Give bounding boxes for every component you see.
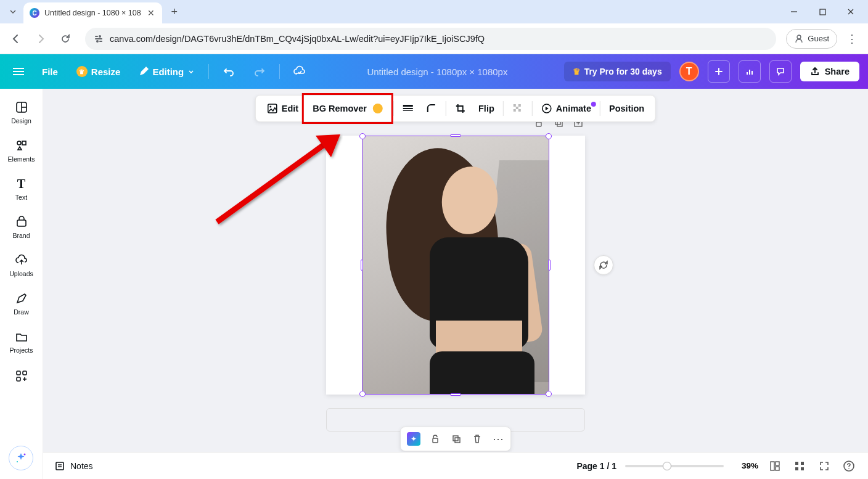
svg-rect-4 xyxy=(99,41,102,42)
svg-point-5 xyxy=(99,35,101,38)
rail-uploads[interactable]: Uploads xyxy=(3,248,40,285)
svg-rect-47 xyxy=(801,462,804,465)
rail-brand[interactable]: Brand xyxy=(3,210,40,247)
help-icon[interactable] xyxy=(841,458,857,474)
projects-icon xyxy=(14,329,29,344)
divider xyxy=(532,101,533,116)
svg-rect-31 xyxy=(518,109,521,112)
transparency-button[interactable] xyxy=(506,99,530,118)
svg-rect-28 xyxy=(518,104,521,107)
divider xyxy=(600,101,600,116)
notification-dot xyxy=(591,102,596,107)
svg-rect-16 xyxy=(17,220,26,226)
svg-rect-38 xyxy=(453,436,458,441)
comment-button[interactable] xyxy=(769,60,792,83)
thumbnail-view-icon[interactable] xyxy=(792,458,808,474)
guest-profile-chip[interactable]: Guest xyxy=(786,29,837,49)
browser-toolbar: canva.com/design/DAGT6vru3hE/dnTBm_CQv4j… xyxy=(0,23,868,54)
svg-rect-40 xyxy=(56,462,63,470)
canva-favicon: C xyxy=(30,8,39,18)
corner-radius-button[interactable] xyxy=(420,99,443,118)
svg-rect-2 xyxy=(95,36,98,37)
crown-icon: ♛ xyxy=(573,67,581,76)
minimize-icon[interactable] xyxy=(787,4,801,19)
bg-remover-button[interactable]: BG Remover xyxy=(306,100,389,117)
position-button[interactable]: Position xyxy=(603,100,650,117)
site-settings-icon[interactable] xyxy=(94,34,104,44)
canvas-page[interactable] xyxy=(326,136,585,395)
brand-icon xyxy=(14,215,29,229)
svg-rect-35 xyxy=(557,121,562,126)
svg-rect-17 xyxy=(17,371,20,375)
crown-icon: ♛ xyxy=(76,66,88,77)
forward-button[interactable] xyxy=(31,29,51,49)
rail-projects[interactable]: Projects xyxy=(3,324,40,361)
svg-point-23 xyxy=(269,106,271,108)
zoom-thumb[interactable] xyxy=(663,462,671,470)
page-indicator[interactable]: Page 1 / 1 xyxy=(576,461,616,471)
rotate-handle[interactable] xyxy=(594,255,613,275)
flip-button[interactable]: Flip xyxy=(472,100,501,117)
rail-apps[interactable] xyxy=(3,364,40,391)
maximize-icon[interactable] xyxy=(815,4,830,19)
divider xyxy=(446,101,446,116)
zoom-percent[interactable]: 39% xyxy=(732,461,758,470)
cloud-sync-icon[interactable] xyxy=(289,60,311,83)
add-collaborator-button[interactable] xyxy=(708,60,730,83)
edit-image-button[interactable]: Edit xyxy=(261,99,305,118)
rail-text[interactable]: T Text xyxy=(3,171,40,208)
duplicate-icon[interactable] xyxy=(450,433,462,445)
tab-close-icon[interactable]: ✕ xyxy=(146,8,156,18)
user-avatar[interactable]: T xyxy=(679,62,699,81)
analytics-button[interactable] xyxy=(739,60,761,83)
editing-mode-dropdown[interactable]: Editing xyxy=(134,63,200,81)
magic-edit-icon[interactable]: ✦ xyxy=(407,432,420,446)
selected-image[interactable] xyxy=(362,136,549,395)
elements-icon xyxy=(14,138,29,153)
svg-rect-49 xyxy=(801,467,804,470)
menu-button[interactable] xyxy=(9,62,28,81)
delete-icon[interactable] xyxy=(471,433,483,445)
more-icon[interactable]: ⋯ xyxy=(492,433,504,445)
design-title[interactable]: Untitled design - 1080px × 1080px xyxy=(367,67,507,77)
svg-rect-19 xyxy=(17,377,20,381)
svg-rect-29 xyxy=(516,107,518,109)
zoom-slider[interactable] xyxy=(625,465,724,467)
address-bar[interactable]: canva.com/design/DAGT6vru3hE/dnTBm_CQv4j… xyxy=(85,28,776,50)
redo-button[interactable] xyxy=(248,60,271,83)
notes-button[interactable]: Notes xyxy=(54,461,93,472)
tab-title: Untitled design - 1080 × 108 xyxy=(44,9,141,17)
animate-button[interactable]: Animate xyxy=(535,99,597,118)
rail-design[interactable]: Design xyxy=(3,95,40,132)
file-menu[interactable]: File xyxy=(37,63,63,81)
rail-draw[interactable]: Draw xyxy=(3,286,40,323)
svg-rect-25 xyxy=(403,108,413,109)
new-tab-button[interactable]: + xyxy=(166,3,183,20)
canva-topbar: File ♛ Resize Editing Untitled design - … xyxy=(0,54,868,89)
fullscreen-icon[interactable] xyxy=(816,458,832,474)
annotation-highlight: BG Remover xyxy=(302,93,393,124)
svg-rect-39 xyxy=(455,438,460,443)
browser-menu-icon[interactable]: ⋮ xyxy=(842,29,862,49)
undo-button[interactable] xyxy=(218,60,240,83)
browser-titlebar: C Untitled design - 1080 × 108 ✕ + xyxy=(0,0,868,23)
browser-tab[interactable]: C Untitled design - 1080 × 108 ✕ xyxy=(23,2,162,23)
tab-search-dropdown[interactable] xyxy=(5,4,21,20)
canvas-area[interactable]: Edit BG Remover Flip xyxy=(43,89,868,479)
rail-elements[interactable]: Elements xyxy=(3,133,40,170)
resize-button[interactable]: ♛ Resize xyxy=(72,62,126,81)
close-window-icon[interactable] xyxy=(843,4,858,19)
reload-button[interactable] xyxy=(55,29,75,49)
svg-rect-10 xyxy=(751,71,753,75)
svg-rect-8 xyxy=(747,72,748,75)
crop-button[interactable] xyxy=(449,99,472,118)
share-button[interactable]: Share xyxy=(800,62,859,81)
lock-icon[interactable] xyxy=(429,433,441,445)
uploads-icon xyxy=(14,253,29,268)
try-pro-button[interactable]: ♛ Try Pro for 30 days xyxy=(564,62,671,81)
back-button[interactable] xyxy=(6,29,26,49)
border-weight-button[interactable] xyxy=(396,100,420,117)
grid-view-icon[interactable] xyxy=(767,458,783,474)
svg-rect-27 xyxy=(514,104,516,107)
magic-button[interactable] xyxy=(9,446,33,470)
